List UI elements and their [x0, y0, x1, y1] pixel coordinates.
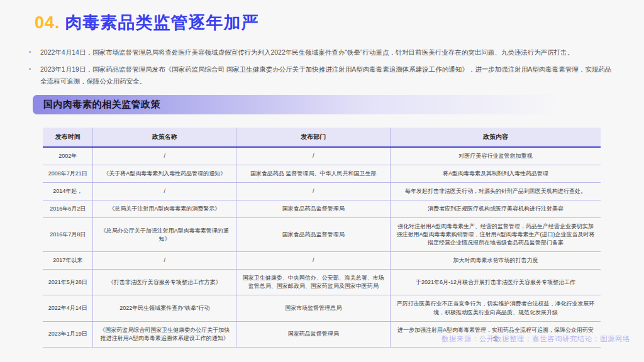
table-header: 发布时间 政策名称 发布部门 政策内容: [43, 128, 601, 147]
cell-policy-name: /: [93, 147, 236, 165]
table-header-row: 发布时间 政策名称 发布部门 政策内容: [43, 128, 601, 147]
cell-issuer: 国家食品药品监督管理局: [236, 218, 391, 252]
cell-date: 2014年起，: [43, 183, 93, 200]
slide: 04.肉毒素品类监管逐年加严 • 2022年4月14日，国家市场监督管理总局将查…: [0, 0, 644, 362]
cell-date: 2016年7月8日: [43, 218, 93, 252]
cell-issuer: /: [236, 147, 391, 165]
cell-date: 2021年5月28日: [43, 270, 93, 295]
cell-content: 每年发起打击非法医美行动，对源头的针剂产品到黑医美机构进行查处。: [391, 183, 601, 200]
page-title-text: 肉毒素品类监管逐年加严: [65, 13, 259, 32]
table-row: 2002年 / / 对医疗美容行业监管愈加重视: [43, 147, 601, 165]
bullet-text: 2022年4月14日，国家市场监督管理总局将查处医疗美容领域虚假宣传行为列入20…: [40, 47, 617, 59]
policy-table: 发布时间 政策名称 发布部门 政策内容 2002年 / / 对医疗美容行业监管愈…: [43, 128, 601, 348]
column-header-issuer: 发布部门: [236, 128, 391, 147]
section-title: 国内肉毒素的相关监管政策: [33, 99, 160, 111]
cell-content: 强化对注射用A型肉毒毒素生产、经营的监督管理，药品生产经营企业要切实加强注射用A…: [391, 218, 601, 252]
cell-date: 2017年以来: [43, 252, 93, 270]
intro-bullet-list: • 2022年4月14日，国家市场监督管理总局将查处医疗美容领域虚假宣传行为列入…: [29, 47, 617, 92]
cell-issuer: /: [236, 183, 391, 200]
cell-content: 消费者应到正规医疗机构或医疗美容机构进行注射美容: [391, 200, 601, 218]
cell-content: 严厉打击医美行业不正当竞争行为，切实维护消费者合法权益，净化行业发展环境，积极推…: [391, 295, 601, 321]
table-body: 2002年 / / 对医疗美容行业监管愈加重视 2008年7月21日 《关于将A…: [43, 147, 601, 347]
cell-policy-name: /: [93, 252, 236, 270]
list-item: • 2022年4月14日，国家市场监督管理总局将查处医疗美容领域虚假宣传行为列入…: [29, 47, 617, 59]
cell-policy-name: 《关于将A型肉毒毒素列入毒性药品管理的通知》: [93, 165, 236, 183]
table-row: 2008年7月21日 《关于将A型肉毒毒素列入毒性药品管理的通知》 国家食品药品…: [43, 165, 601, 183]
cell-issuer: /: [236, 252, 391, 270]
cell-content: 对医疗美容行业监管愈加重视: [391, 147, 601, 165]
cell-policy-name: 《总局关于注射用A型肉毒毒素的消费警示》: [93, 200, 236, 218]
cell-issuer: 国家食品药品监督管理局: [236, 200, 391, 218]
table-row: 2014年起， / / 每年发起打击非法医美行动，对源头的针剂产品到黑医美机构进…: [43, 183, 601, 200]
column-header-date: 发布时间: [43, 128, 93, 147]
cell-issuer: 国家市场监督管理总局: [236, 295, 391, 321]
cell-policy-name: 2022年民生领域案件查办“铁拳”行动: [93, 295, 236, 321]
column-header-policy-name: 政策名称: [93, 128, 236, 147]
list-item: • 2023年1月19日，国家药品监督管理局发布《国家药监局综合司 国家卫生健康…: [29, 63, 617, 88]
table-row: 2016年6月2日 《总局关于注射用A型肉毒毒素的消费警示》 国家食品药品监督管…: [43, 200, 601, 218]
bullet-text: 2023年1月19日，国家药品监督管理局发布《国家药监局综合司 国家卫生健康委办…: [40, 63, 617, 88]
section-banner: 国内肉毒素的相关监管政策: [33, 95, 610, 114]
bullet-dot-icon: •: [29, 63, 40, 88]
cell-issuer: 国家药品监督管理局: [236, 321, 391, 347]
policy-table-container: 发布时间 政策名称 发布部门 政策内容 2002年 / / 对医疗美容行业监管愈…: [43, 128, 601, 348]
cell-content: 将A型肉毒毒素及其制剂列入毒性药品管理: [391, 165, 601, 183]
table-row: 2021年5月28日 《打击非法医疗美容服务专项整治工作方案》 国家卫生健康委、…: [43, 270, 601, 295]
column-header-content: 政策内容: [391, 128, 601, 147]
cell-date: 2016年6月2日: [43, 200, 93, 218]
cell-policy-name: 《总局办公厅关于加强注射用A型肉毒毒素管理的通知》: [93, 218, 236, 252]
page-title: 04.肉毒素品类监管逐年加严: [35, 11, 259, 34]
cell-content: 于2021年6月-12月联合开展打击非法医疗美容服务专项整治工作: [391, 270, 601, 295]
cell-date: 2008年7月21日: [43, 165, 93, 183]
cell-policy-name: 《打击非法医疗美容服务专项整治工作方案》: [93, 270, 236, 295]
cell-date: 2022年4月14日: [43, 295, 93, 321]
cell-content: 加大对肉毒素水货市场的打击力度: [391, 252, 601, 270]
cell-policy-name: 《国家药监局综合司国家卫生健康委办公厅关于加快推进注射用A型肉毒毒素追溯体系建设…: [93, 321, 236, 347]
table-row: 2017年以来 / / 加大对肉毒素水货市场的打击力度: [43, 252, 601, 270]
page-title-number: 04.: [35, 13, 60, 32]
cell-date: 2023年1月19日: [43, 321, 93, 347]
cell-issuer: 国家卫生健康委、中央网信办、公安部、海关总署、市场监管总局、国家邮政局、国家药监…: [236, 270, 391, 295]
table-row: 2016年7月8日 《总局办公厅关于加强注射用A型肉毒毒素管理的通知》 国家食品…: [43, 218, 601, 252]
bullet-dot-icon: •: [29, 47, 40, 59]
cell-policy-name: /: [93, 183, 236, 200]
table-row: 2022年4月14日 2022年民生领域案件查办“铁拳”行动 国家市场监督管理总…: [43, 295, 601, 321]
cell-issuer: 国家食品药品 监督管理局、中华人民共和国卫生部: [236, 165, 391, 183]
cell-date: 2002年: [43, 147, 93, 165]
data-source-note: 数据来源：公开数据整理；嘉世咨询研究结论；图源网络: [441, 334, 630, 344]
